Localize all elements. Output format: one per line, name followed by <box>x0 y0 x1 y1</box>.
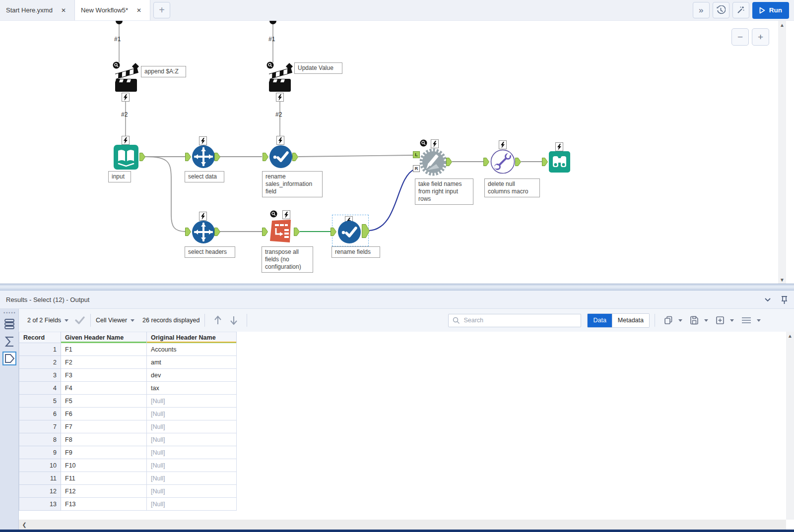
input-anchor[interactable] <box>185 228 191 236</box>
wand-button[interactable] <box>732 2 749 18</box>
question-input-anchor[interactable] <box>199 136 207 145</box>
tool-rename-fields[interactable] <box>338 221 361 245</box>
table-row[interactable]: 13 F13 [Null] <box>19 498 237 511</box>
table-row[interactable]: 6 F6 [Null] <box>19 408 237 420</box>
table-row[interactable]: 1 F1 Accounts <box>19 343 237 356</box>
canvas-vertical-scrollbar[interactable]: ▲ ▼ <box>778 21 786 284</box>
connection-input-selectheaders[interactable] <box>145 157 186 232</box>
run-button[interactable]: Run <box>752 2 789 19</box>
connection-renamefields-dynamicrename-r[interactable] <box>369 169 415 231</box>
table-view-icon[interactable] <box>2 317 16 331</box>
toolbar-overflow-button[interactable]: » <box>693 2 710 18</box>
new-tab-button[interactable]: + <box>153 2 170 18</box>
scroll-left-arrow[interactable]: ❮ <box>20 520 29 530</box>
metadata-button[interactable]: Metadata <box>612 314 649 327</box>
question-anchor-icon[interactable] <box>420 139 427 147</box>
question-anchor-icon[interactable] <box>113 61 120 69</box>
table-row[interactable]: 11 F11 [Null] <box>19 472 237 485</box>
tool-input-data[interactable] <box>114 145 138 172</box>
pin-icon[interactable] <box>781 296 788 304</box>
scroll-to-bottom-icon[interactable] <box>229 315 239 326</box>
tool-annotation[interactable]: rename sales_information field <box>262 171 323 197</box>
input-anchor-right[interactable]: R <box>413 165 420 172</box>
tool-transpose[interactable] <box>269 219 293 246</box>
grid-vertical-scrollbar[interactable]: ▲ <box>786 332 794 520</box>
table-row[interactable]: 7 F7 [Null] <box>19 420 237 433</box>
workflow-canvas[interactable]: #1 #2 #1 #2 <box>0 21 786 284</box>
input-anchor-left[interactable]: L <box>413 151 420 158</box>
question-input-anchor[interactable] <box>499 140 507 149</box>
question-input-anchor[interactable] <box>431 139 439 148</box>
tool-annotation[interactable]: select data <box>185 171 224 182</box>
output-connection-icon[interactable] <box>2 352 16 365</box>
tool-browse[interactable] <box>549 151 570 175</box>
apply-checkmark-icon[interactable] <box>74 316 85 325</box>
tool-select-data[interactable] <box>192 145 215 170</box>
tab-start-here[interactable]: Start Here.yxmd ✕ <box>0 0 75 20</box>
column-header-record[interactable]: Record <box>19 332 61 343</box>
tool-annotation[interactable]: input <box>108 171 131 182</box>
save-button[interactable] <box>689 315 708 325</box>
input-anchor[interactable] <box>262 228 268 236</box>
question-anchor-icon[interactable] <box>270 210 277 218</box>
table-row[interactable]: 8 F8 [Null] <box>19 433 237 446</box>
action-output-anchor[interactable] <box>276 93 284 102</box>
tool-annotation[interactable]: append $A:Z <box>141 66 186 77</box>
tool-delete-null-macro[interactable] <box>490 149 515 176</box>
copy-button[interactable] <box>663 315 682 325</box>
output-anchor[interactable] <box>214 228 220 236</box>
output-anchor-selected[interactable] <box>362 224 370 238</box>
tool-rename-sales[interactable] <box>269 145 292 170</box>
output-anchor[interactable] <box>292 153 298 161</box>
question-input-anchor[interactable] <box>122 136 130 145</box>
fields-dropdown[interactable]: 2 of 2 Fields <box>27 317 68 324</box>
data-button[interactable]: Data <box>588 314 611 327</box>
more-options-button[interactable] <box>741 316 761 325</box>
action-output-anchor[interactable] <box>122 93 130 102</box>
question-input-anchor[interactable] <box>282 210 290 219</box>
input-anchor[interactable] <box>185 153 191 161</box>
tab-new-workflow5[interactable]: New Workflow5* ✕ <box>75 0 150 20</box>
question-anchor-icon[interactable] <box>266 61 274 69</box>
tool-select-headers[interactable] <box>192 221 215 245</box>
tool-dynamic-rename[interactable] <box>419 148 447 178</box>
tool-annotation[interactable]: Update Value <box>294 62 342 74</box>
tool-annotation[interactable]: transpose all fields (no configuration) <box>262 246 313 273</box>
connection-rename-dynamicrename[interactable] <box>298 155 414 157</box>
output-anchor[interactable] <box>446 158 452 166</box>
scroll-down-arrow[interactable]: ▼ <box>778 276 786 284</box>
scroll-up-arrow[interactable]: ▲ <box>778 21 786 29</box>
table-row[interactable]: 5 F5 [Null] <box>19 395 237 408</box>
input-anchor[interactable] <box>542 158 548 166</box>
zoom-out-button[interactable]: − <box>731 28 749 46</box>
history-button[interactable] <box>713 2 729 18</box>
tool-annotation[interactable]: rename fields <box>331 246 380 258</box>
table-row[interactable]: 9 F9 [Null] <box>19 446 237 459</box>
table-row[interactable]: 12 F12 [Null] <box>19 485 237 498</box>
input-connection-icon[interactable] <box>2 335 16 349</box>
input-anchor[interactable] <box>483 158 489 166</box>
input-anchor[interactable] <box>331 228 336 236</box>
input-anchor[interactable] <box>263 153 268 161</box>
table-row[interactable]: 2 F2 amt <box>19 356 237 369</box>
question-input-anchor[interactable] <box>555 142 563 151</box>
output-anchor[interactable] <box>214 153 220 161</box>
search-input[interactable] <box>463 317 568 324</box>
question-input-anchor[interactable] <box>199 212 207 221</box>
close-icon[interactable]: ✕ <box>135 6 143 15</box>
output-anchor[interactable] <box>139 153 145 161</box>
tool-annotation[interactable]: take field names from right input rows <box>415 178 473 205</box>
output-anchor[interactable] <box>294 228 300 236</box>
close-icon[interactable]: ✕ <box>60 6 67 15</box>
output-anchor[interactable] <box>515 158 521 166</box>
question-input-anchor[interactable] <box>276 136 284 145</box>
tool-annotation[interactable]: select headers <box>185 246 235 258</box>
drag-handle[interactable]: ••••• <box>3 310 16 315</box>
column-header-original[interactable]: Original Header Name <box>147 332 237 343</box>
table-row[interactable]: 3 F3 dev <box>19 369 237 382</box>
scroll-up-arrow[interactable]: ▲ <box>786 332 794 340</box>
table-row[interactable]: 4 F4 tax <box>19 382 237 395</box>
scroll-to-top-icon[interactable] <box>213 315 223 326</box>
table-row[interactable]: 10 F10 [Null] <box>19 459 237 472</box>
grid-horizontal-scrollbar[interactable]: ❮ <box>19 520 786 530</box>
